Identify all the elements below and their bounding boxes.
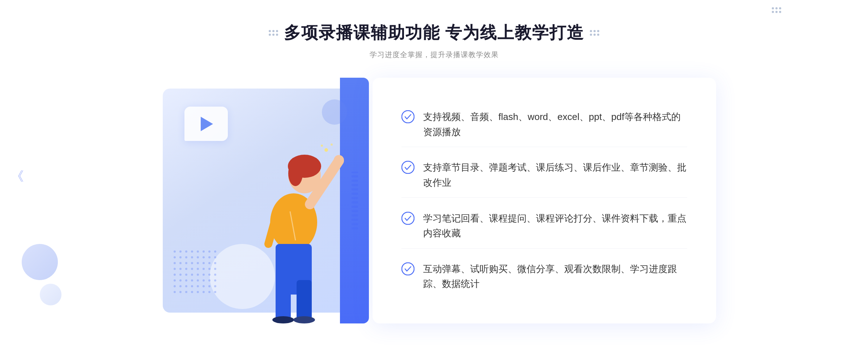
play-bubble [184,107,228,141]
content-panel: 支持视频、音频、flash、word、excel、ppt、pdf等各种格式的资源… [373,78,716,323]
header-section: 多项录播课辅助功能 专为线上教学打造 学习进度全掌握，提升录播课教学效果 [269,22,600,60]
illustration-dots [174,250,218,295]
feature-item-3: 学习笔记回看、课程提问、课程评论打分、课件资料下载，重点内容收藏 [401,204,687,249]
svg-point-17 [402,161,414,173]
feature-text-2: 支持章节目录、弹题考试、课后练习、课后作业、章节测验、批改作业 [423,160,687,190]
svg-point-13 [324,148,328,152]
check-icon-3 [401,212,414,225]
check-icon-1 [401,110,414,123]
check-icon-2 [401,161,414,174]
page-container: 《 多项录播课辅助功能 专为线上教学打造 学习进度全掌握，提升录播课教学效果 [0,0,868,352]
feature-item-2: 支持章节目录、弹题考试、课后练习、课后作业、章节测验、批改作业 [401,153,687,198]
header-left-decor [269,30,278,36]
feature-text-3: 学习笔记回看、课程提问、课程评论打分、课件资料下载，重点内容收藏 [423,211,687,241]
small-circle-left2 [40,284,61,305]
illustration-area [152,78,362,323]
svg-point-16 [402,111,414,123]
feature-text-4: 互动弹幕、试听购买、微信分享、观看次数限制、学习进度跟踪、数据统计 [423,262,687,292]
header-title-row: 多项录播课辅助功能 专为线上教学打造 [269,22,600,44]
content-area: 支持视频、音频、flash、word、excel、ppt、pdf等各种格式的资源… [152,78,716,323]
small-circle-left [22,244,58,280]
feature-item-1: 支持视频、音频、flash、word、excel、ppt、pdf等各种格式的资源… [401,102,687,147]
svg-point-15 [321,145,323,147]
svg-point-10 [272,316,294,323]
header-right-decor [590,30,599,36]
top-right-dots-decor [772,7,781,13]
svg-rect-8 [276,280,291,320]
svg-point-14 [331,143,333,146]
svg-point-11 [293,316,315,323]
check-icon-4 [401,262,414,275]
svg-rect-9 [297,280,312,320]
svg-point-5 [334,155,344,165]
person-figure [232,114,355,323]
left-chevrons-decor: 《 [11,167,24,185]
svg-point-3 [288,161,303,186]
subtitle: 学习进度全掌握，提升录播课教学效果 [269,50,600,60]
svg-point-18 [402,212,414,224]
feature-item-4: 互动弹幕、试听购买、微信分享、观看次数限制、学习进度跟踪、数据统计 [401,254,687,299]
svg-point-19 [402,263,414,275]
play-icon [201,117,213,131]
main-title: 多项录播课辅助功能 专为线上教学打造 [284,22,584,44]
feature-text-1: 支持视频、音频、flash、word、excel、ppt、pdf等各种格式的资源… [423,110,687,139]
